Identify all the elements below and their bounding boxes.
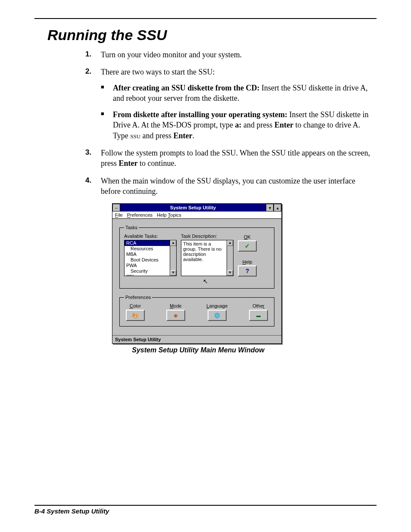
available-tasks-label: Available Tasks: bbox=[124, 233, 177, 239]
scroll-up-icon[interactable]: ▲ bbox=[170, 240, 176, 246]
step-2-bullets: After creating an SSU diskette from the … bbox=[101, 83, 377, 141]
color-button[interactable]: 🎨 bbox=[126, 310, 145, 321]
action-buttons: OK ✓ Help ? bbox=[238, 234, 257, 277]
bullet-cd-bold: After creating an SSU diskette from the … bbox=[113, 84, 259, 92]
page-heading: Running the SSU bbox=[47, 27, 377, 44]
figure: – System Setup Utility ▾ ▴ File Preferen… bbox=[112, 203, 284, 354]
list-item-mba[interactable]: MBA bbox=[125, 252, 170, 257]
scroll-down-icon[interactable]: ▼ bbox=[227, 270, 233, 276]
other-icon: ▬ bbox=[256, 313, 261, 318]
menubar: File Preferences Help Topics bbox=[112, 212, 281, 219]
globe-icon: 🌐 bbox=[214, 313, 220, 318]
available-tasks-column: Available Tasks: RCA Resources MBA Boot … bbox=[124, 233, 177, 276]
ok-button[interactable]: ✓ bbox=[238, 240, 257, 252]
footer-rule bbox=[34, 505, 377, 506]
status-bar: System Setup Utility bbox=[112, 335, 281, 343]
help-group: Help ? bbox=[238, 259, 257, 277]
tasks-group: Tasks Available Tasks: RCA Resources MBA… bbox=[119, 225, 274, 289]
pref-color: Color 🎨 bbox=[126, 303, 145, 321]
maximize-button[interactable]: ▴ bbox=[274, 204, 281, 212]
bullet-cd: After creating an SSU diskette from the … bbox=[101, 83, 377, 104]
list-item-security[interactable]: Security bbox=[125, 268, 170, 274]
list-item-sel[interactable]: SEL bbox=[125, 274, 170, 276]
scroll-up-icon[interactable]: ▲ bbox=[227, 240, 233, 246]
step-1: Turn on your video monitor and your syst… bbox=[85, 50, 377, 60]
minimize-button[interactable]: ▾ bbox=[266, 204, 274, 212]
ok-group: OK ✓ bbox=[238, 234, 257, 252]
top-rule bbox=[34, 18, 377, 19]
mode-icon: ◉ bbox=[174, 313, 178, 318]
list-item-resources[interactable]: Resources bbox=[125, 246, 170, 252]
cursor-icon: ↖ bbox=[203, 278, 255, 285]
list-item-boot[interactable]: Boot Devices bbox=[125, 257, 170, 263]
task-description-text: This item is a group. There is no descri… bbox=[181, 240, 227, 276]
system-menu-icon[interactable]: – bbox=[112, 204, 120, 212]
available-tasks-listbox[interactable]: RCA Resources MBA Boot Devices PWA Secur… bbox=[124, 240, 177, 276]
menu-preferences[interactable]: Preferences bbox=[127, 212, 153, 218]
titlebar: – System Setup Utility ▾ ▴ bbox=[112, 204, 281, 212]
ssu-window: – System Setup Utility ▾ ▴ File Preferen… bbox=[112, 203, 282, 344]
step-2-intro: There are two ways to start the SSU: bbox=[101, 68, 215, 76]
step-1-text: Turn on your video monitor and your syst… bbox=[101, 50, 242, 59]
menu-help-topics[interactable]: Help Topics bbox=[157, 212, 181, 218]
mode-button[interactable]: ◉ bbox=[166, 310, 185, 321]
tasks-legend: Tasks bbox=[124, 225, 139, 230]
list-item-rca[interactable]: RCA bbox=[125, 240, 170, 246]
pref-other: Other ▬ bbox=[249, 303, 268, 321]
figure-caption: System Setup Utility Main Menu Window bbox=[112, 346, 284, 354]
pref-mode: Mode ◉ bbox=[166, 303, 185, 321]
tasks-scrollbar[interactable]: ▲ ▼ bbox=[170, 240, 176, 276]
task-description-box: This item is a group. There is no descri… bbox=[181, 240, 234, 276]
other-button[interactable]: ▬ bbox=[249, 310, 268, 321]
preferences-legend: Preferences bbox=[124, 295, 152, 300]
step-2: There are two ways to start the SSU: Aft… bbox=[85, 67, 377, 141]
language-button[interactable]: 🌐 bbox=[208, 310, 227, 321]
desc-scrollbar[interactable]: ▲ ▼ bbox=[227, 240, 233, 276]
page-footer: B-4 System Setup Utility bbox=[34, 505, 377, 515]
window-title: System Setup Utility bbox=[120, 204, 266, 212]
menu-file[interactable]: File bbox=[115, 212, 123, 218]
bullet-diskette: From diskette after installing your oper… bbox=[101, 109, 377, 141]
steps-list: Turn on your video monitor and your syst… bbox=[85, 50, 377, 196]
palette-icon: 🎨 bbox=[132, 312, 139, 319]
footer-text: B-4 System Setup Utility bbox=[34, 507, 377, 515]
scroll-down-icon[interactable]: ▼ bbox=[170, 270, 176, 276]
help-button[interactable]: ? bbox=[238, 265, 257, 277]
client-area: Tasks Available Tasks: RCA Resources MBA… bbox=[112, 219, 281, 335]
bullet-diskette-bold: From diskette after installing your oper… bbox=[113, 110, 287, 119]
step-3: Follow the system prompts to load the SS… bbox=[85, 148, 377, 169]
list-item-pwa[interactable]: PWA bbox=[125, 263, 170, 268]
step-4: When the main window of the SSU displays… bbox=[85, 176, 377, 197]
task-description-column: Task Description: This item is a group. … bbox=[181, 233, 234, 283]
preferences-group: Preferences Color 🎨 Mode ◉ Language 🌐 bbox=[119, 295, 274, 327]
pref-language: Language 🌐 bbox=[206, 303, 227, 321]
task-description-label: Task Description: bbox=[181, 233, 234, 239]
